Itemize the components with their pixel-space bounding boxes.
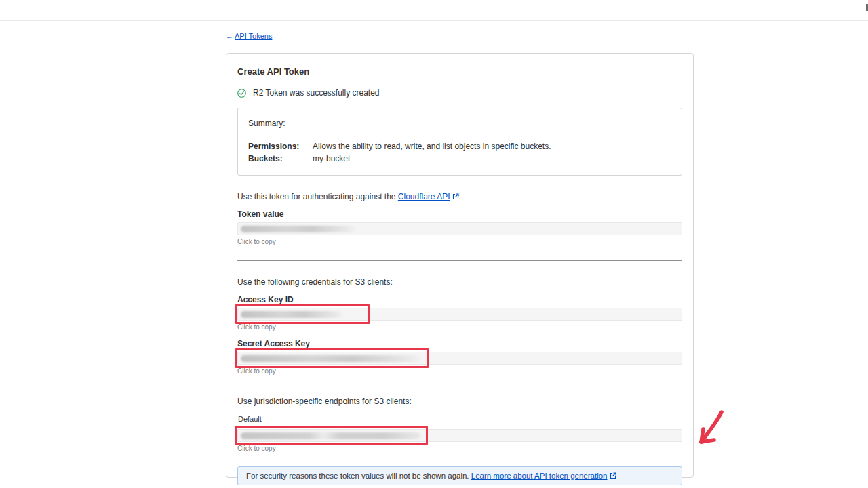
token-intro-suffix: : xyxy=(459,192,461,201)
success-message: R2 Token was successfully created xyxy=(253,88,380,98)
token-value-field[interactable] xyxy=(237,222,682,235)
endpoint-redacted xyxy=(241,432,420,439)
access-key-label: Access Key ID xyxy=(237,295,682,304)
secret-key-copy-hint: Click to copy xyxy=(237,367,682,375)
security-notice-banner: For security reasons these token values … xyxy=(237,466,682,485)
summary-permissions-value: Allows the ability to read, write, and l… xyxy=(313,142,671,151)
token-value-redacted xyxy=(241,226,355,232)
section-divider xyxy=(237,260,682,261)
summary-buckets-value: my-bucket xyxy=(313,154,671,163)
s3-intro-text: Use the following credentials for S3 cli… xyxy=(237,277,682,287)
check-circle-icon xyxy=(237,89,246,98)
secret-key-label: Secret Access Key xyxy=(237,339,682,348)
back-to-api-tokens-link[interactable]: ←API Tokens xyxy=(226,32,272,40)
learn-more-link[interactable]: Learn more about API token generation xyxy=(471,472,608,480)
access-key-redacted xyxy=(241,311,342,318)
access-key-copy-hint: Click to copy xyxy=(237,323,682,331)
cloudflare-api-link[interactable]: Cloudflare API xyxy=(398,192,450,201)
back-arrow-icon: ← xyxy=(226,32,233,40)
summary-permissions-label: Permissions: xyxy=(248,142,313,151)
external-link-icon xyxy=(610,472,616,479)
secret-key-redacted xyxy=(241,355,420,362)
page-title: Create API Token xyxy=(237,66,682,77)
security-notice-text: For security reasons these token values … xyxy=(246,472,471,480)
token-value-label: Token value xyxy=(237,209,682,219)
summary-buckets-label: Buckets: xyxy=(248,154,313,163)
summary-heading: Summary: xyxy=(248,119,671,128)
back-link-label: API Tokens xyxy=(235,32,272,40)
endpoint-field[interactable] xyxy=(237,429,682,442)
access-key-field[interactable] xyxy=(237,308,682,321)
top-header-bar xyxy=(0,0,868,21)
token-intro-prefix: Use this token for authenticating agains… xyxy=(237,192,398,201)
tab-default-endpoint[interactable]: Default xyxy=(237,415,262,427)
success-banner: R2 Token was successfully created xyxy=(237,88,682,98)
token-copy-hint: Click to copy xyxy=(237,238,682,245)
secret-key-field[interactable] xyxy=(237,352,682,365)
token-intro-text: Use this token for authenticating agains… xyxy=(237,192,682,201)
endpoint-copy-hint: Click to copy xyxy=(237,445,682,452)
jurisdiction-intro-text: Use jurisdiction-specific endpoints for … xyxy=(237,396,682,406)
external-link-icon xyxy=(452,193,459,200)
summary-panel: Summary: Permissions: Allows the ability… xyxy=(237,108,682,176)
create-api-token-card: Create API Token R2 Token was successful… xyxy=(226,53,694,478)
